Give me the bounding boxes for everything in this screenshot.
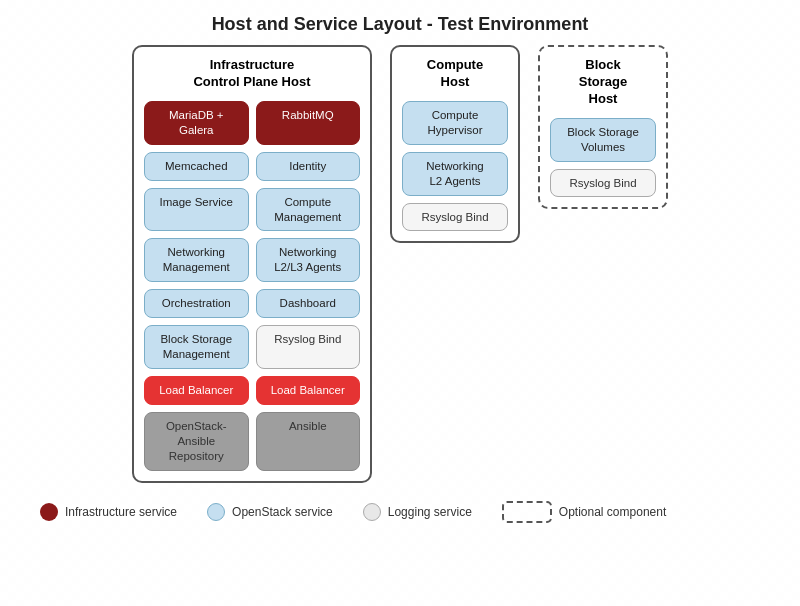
service-rsyslog-infra: Rsyslog Bind	[256, 325, 361, 369]
infra-service-grid: MariaDB +Galera RabbitMQ Memcached Ident…	[144, 101, 360, 471]
infra-host-box: InfrastructureControl Plane Host MariaDB…	[132, 45, 372, 483]
legend-openstack-icon	[207, 503, 225, 521]
service-compute-hypervisor: ComputeHypervisor	[402, 101, 508, 145]
service-lb1: Load Balancer	[144, 376, 249, 405]
storage-host-box: BlockStorageHost Block StorageVolumes Rs…	[538, 45, 668, 209]
infra-host-title: InfrastructureControl Plane Host	[144, 57, 360, 91]
legend-openstack: OpenStack service	[207, 503, 333, 521]
legend-infra-icon	[40, 503, 58, 521]
service-openstack-ansible: OpenStack-AnsibleRepository	[144, 412, 249, 471]
legend-infra-label: Infrastructure service	[65, 505, 177, 519]
service-block-storage-volumes: Block StorageVolumes	[550, 118, 656, 162]
compute-host-title: ComputeHost	[402, 57, 508, 91]
service-rsyslog-compute: Rsyslog Bind	[402, 203, 508, 232]
legend: Infrastructure service OpenStack service…	[0, 501, 800, 523]
service-networking-l2l3: NetworkingL2/L3 Agents	[256, 238, 361, 282]
page-title: Host and Service Layout - Test Environme…	[0, 0, 800, 45]
legend-logging-icon	[363, 503, 381, 521]
diagram-area: InfrastructureControl Plane Host MariaDB…	[0, 45, 800, 483]
service-mariadb: MariaDB +Galera	[144, 101, 249, 145]
service-lb2: Load Balancer	[256, 376, 361, 405]
compute-host-box: ComputeHost ComputeHypervisor Networking…	[390, 45, 520, 243]
storage-service-grid: Block StorageVolumes Rsyslog Bind	[550, 118, 656, 198]
compute-service-grid: ComputeHypervisor NetworkingL2 Agents Rs…	[402, 101, 508, 232]
service-orchestration: Orchestration	[144, 289, 249, 318]
service-networking-l2: NetworkingL2 Agents	[402, 152, 508, 196]
service-image: Image Service	[144, 188, 249, 232]
service-ansible: Ansible	[256, 412, 361, 471]
service-rabbitmq: RabbitMQ	[256, 101, 361, 145]
page: Host and Service Layout - Test Environme…	[0, 0, 800, 606]
service-block-storage-mgmt: Block StorageManagement	[144, 325, 249, 369]
service-compute-mgmt: ComputeManagement	[256, 188, 361, 232]
legend-infra: Infrastructure service	[40, 503, 177, 521]
legend-optional: Optional component	[502, 501, 666, 523]
legend-optional-icon	[502, 501, 552, 523]
service-networking-mgmt: NetworkingManagement	[144, 238, 249, 282]
service-memcached: Memcached	[144, 152, 249, 181]
service-identity: Identity	[256, 152, 361, 181]
legend-openstack-label: OpenStack service	[232, 505, 333, 519]
service-dashboard: Dashboard	[256, 289, 361, 318]
legend-optional-label: Optional component	[559, 505, 666, 519]
legend-logging: Logging service	[363, 503, 472, 521]
storage-host-title: BlockStorageHost	[550, 57, 656, 108]
legend-logging-label: Logging service	[388, 505, 472, 519]
service-rsyslog-storage: Rsyslog Bind	[550, 169, 656, 198]
